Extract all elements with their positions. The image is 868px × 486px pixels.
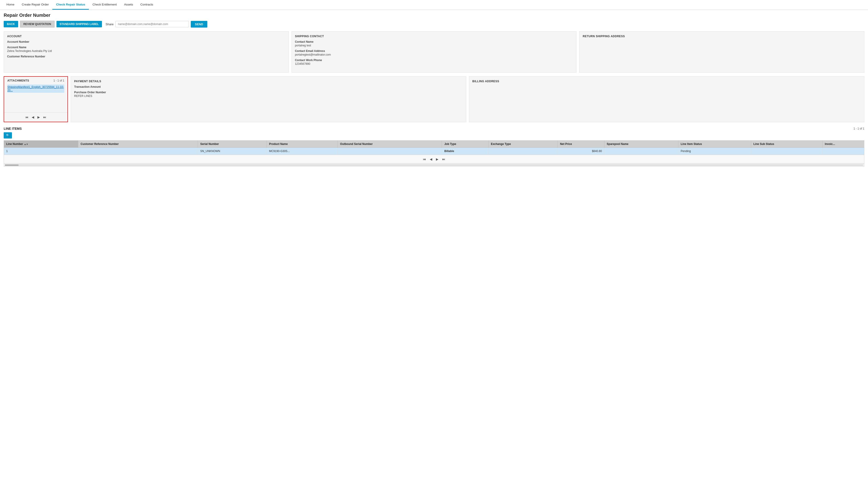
attachments-list: ShippingManifest1_English_30725594_11-10… [4, 84, 67, 112]
return-shipping-panel-title: RETURN SHIPPING ADDRESS [583, 35, 861, 38]
nav-item-contracts[interactable]: Contracts [136, 0, 157, 10]
nav-item-assets[interactable]: Assets [120, 0, 136, 10]
col-header-exchange-type: Exchange Type [489, 141, 558, 148]
share-label: Share [105, 23, 114, 26]
col-header-job-type: Job Type [442, 141, 489, 148]
account-panel-title: ACCOUNT [7, 35, 285, 38]
field-label: Account Name [7, 46, 285, 49]
line-items-section: LINE ITEMS 1 - 1 of 1 🔍 Line Number ▲▼Cu… [4, 127, 864, 167]
field-value: portalregtest@mailinator.com [295, 53, 573, 56]
table-scrollbar[interactable] [4, 163, 864, 167]
table-next-btn[interactable]: ▶ [435, 157, 439, 161]
table-prev-btn[interactable]: ◀ [429, 157, 433, 161]
field-label: Contact Name [295, 40, 573, 43]
attach-first-btn[interactable]: ⏮ [24, 115, 29, 119]
panels-row-2: ATTACHMENTS 1 - 1 of 1 ShippingManifest1… [4, 76, 864, 122]
attachments-title: ATTACHMENTS [7, 79, 29, 82]
table-cell-serial-number: SN_UNKNOWN [198, 148, 267, 155]
scrollbar-thumb [5, 164, 19, 166]
line-items-table-wrap: Line Number ▲▼Customer Reference NumberS… [4, 140, 864, 163]
attach-prev-btn[interactable]: ◀ [31, 115, 35, 119]
field-label: Contact Work Phone [295, 59, 573, 62]
col-header-serial-number: Serial Number [198, 141, 267, 148]
review-quotation-button[interactable]: REVIEW QUOTATION [20, 21, 55, 28]
billing-panel-title: BILLING ADDRESS [472, 80, 861, 83]
billing-panel: BILLING ADDRESS [469, 76, 865, 122]
line-items-header: LINE ITEMS 1 - 1 of 1 [4, 127, 864, 130]
share-email-input[interactable] [116, 21, 189, 27]
table-cell-net-price: $840.80 [558, 148, 604, 155]
col-header-outbound-serial: Outbound Serial Number [338, 141, 442, 148]
send-button[interactable]: SEND [191, 21, 207, 28]
table-cell-line-status: Pending [678, 148, 751, 155]
col-header-product-name: Product Name [267, 141, 338, 148]
field-value: portalreg test [295, 44, 573, 47]
scrollbar-track [5, 164, 863, 166]
table-cell-invoice [822, 148, 864, 155]
attachments-panel: ATTACHMENTS 1 - 1 of 1 ShippingManifest1… [4, 76, 68, 122]
nav-bar: HomeCreate Repair OrderCheck Repair Stat… [0, 0, 868, 10]
table-cell-sparepool [604, 148, 678, 155]
nav-item-create-repair-order[interactable]: Create Repair Order [18, 0, 53, 10]
line-items-title: LINE ITEMS [4, 127, 22, 130]
page-content: Repair Order Number BACK REVIEW QUOTATIO… [0, 10, 868, 170]
field-label: Account Number [7, 40, 285, 43]
account-panel: ACCOUNTAccount NumberAccount NameZebra T… [4, 31, 289, 72]
table-cell-job-type: Billable [442, 148, 489, 155]
table-cell-exchange-type [489, 148, 558, 155]
attachment-link[interactable]: ShippingManifest1_English_30725594_11-10… [7, 85, 64, 93]
col-header-line-status: Line Item Status [678, 141, 751, 148]
sort-icon-line-number: ▲▼ [23, 143, 28, 145]
field-value: 1234567890 [295, 62, 573, 65]
standard-shipping-label-button[interactable]: STANDARD SHIPPING LABEL [57, 21, 102, 27]
payment-panel: PAYMENT DETAILSTransaction AmountPurchas… [71, 76, 466, 122]
page-title: Repair Order Number [4, 12, 864, 18]
line-items-count: 1 - 1 of 1 [854, 127, 864, 130]
payment-panel-title: PAYMENT DETAILS [74, 80, 463, 83]
col-header-sparepool: Sparepool Name [604, 141, 678, 148]
return-shipping-panel: RETURN SHIPPING ADDRESS [579, 31, 864, 72]
field-label: Contact Email Address [295, 50, 573, 53]
nav-item-check-entitlement[interactable]: Check Entitlement [89, 0, 121, 10]
attachments-count: 1 - 1 of 1 [54, 79, 64, 82]
col-header-sub-status: Line Sub Status [751, 141, 822, 148]
line-items-table: Line Number ▲▼Customer Reference NumberS… [4, 141, 864, 155]
table-row[interactable]: 1SN_UNKNOWNMC9190-G30S...Billable$840.80… [4, 148, 864, 155]
col-header-customer-ref: Customer Reference Number [78, 141, 198, 148]
field-value: REFER LINES [74, 94, 463, 98]
panels-row-1: ACCOUNTAccount NumberAccount NameZebra T… [4, 31, 864, 72]
table-cell-line-number: 1 [4, 148, 78, 155]
field-label: Transaction Amount [74, 85, 463, 88]
table-cell-outbound-serial [338, 148, 442, 155]
back-button[interactable]: BACK [4, 21, 18, 27]
shipping-contact-panel-title: SHIPPING CONTACT [295, 35, 573, 38]
table-pagination: ⏮ ◀ ▶ ⏭ [4, 155, 864, 163]
line-items-search-button[interactable]: 🔍 [4, 132, 12, 139]
col-header-invoice: Invoic... [822, 141, 864, 148]
field-value: Zebra Technologies Australia Pty Ltd [7, 50, 285, 53]
field-label: Purchase Order Number [74, 91, 463, 94]
table-cell-customer-ref [78, 148, 198, 155]
table-first-btn[interactable]: ⏮ [422, 157, 427, 161]
table-cell-product-name: MC9190-G30S... [267, 148, 338, 155]
attach-next-btn[interactable]: ▶ [36, 115, 41, 119]
table-cell-sub-status [751, 148, 822, 155]
table-last-btn[interactable]: ⏭ [441, 157, 446, 161]
toolbar: BACK REVIEW QUOTATION STANDARD SHIPPING … [4, 21, 864, 28]
col-header-line-number[interactable]: Line Number ▲▼ [4, 141, 78, 148]
nav-item-check-repair-status[interactable]: Check Repair Status [52, 0, 89, 10]
field-label: Customer Reference Number [7, 55, 285, 58]
nav-item-home[interactable]: Home [3, 0, 18, 10]
attachments-pagination: ⏮ ◀ ▶ ⏭ [4, 112, 67, 122]
shipping-contact-panel: SHIPPING CONTACTContact Nameportalreg te… [291, 31, 577, 72]
col-header-net-price: Net Price [558, 141, 604, 148]
attach-last-btn[interactable]: ⏭ [42, 115, 47, 119]
